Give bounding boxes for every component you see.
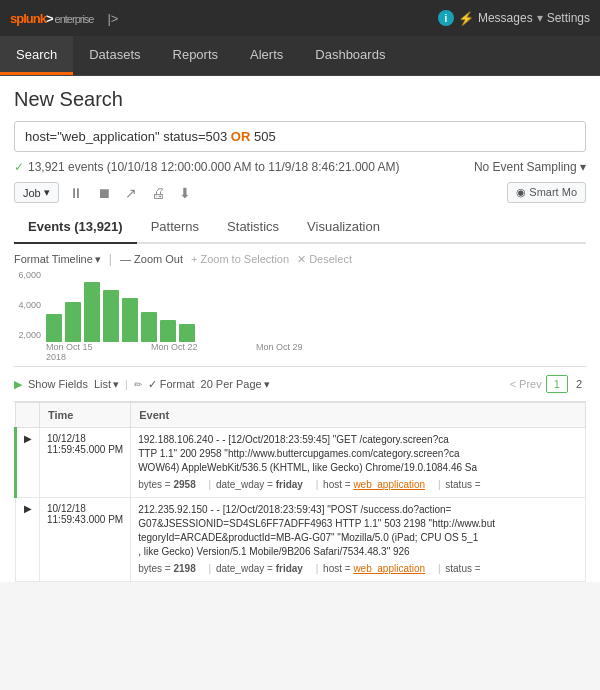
top-bar-right: i ⚡ Messages ▾ Settings xyxy=(438,10,590,26)
col-header-time: Time xyxy=(40,403,131,428)
smart-mode-btn[interactable]: ◉ Smart Mo xyxy=(507,182,586,203)
bar xyxy=(160,320,176,342)
meta-status-1: status = xyxy=(445,479,480,490)
timeline-controls: Format Timeline | — Zoom Out + Zoom to S… xyxy=(14,244,586,270)
job-button[interactable]: Job xyxy=(14,182,59,203)
time-cell-2: 10/12/1811:59:43.000 PM xyxy=(40,498,131,582)
nav-datasets[interactable]: Datasets xyxy=(73,36,156,75)
expand-arrow-1[interactable]: ▶ xyxy=(16,428,40,498)
events-info-row: ✓ 13,921 events (10/10/18 12:00:00.000 A… xyxy=(14,160,586,174)
nav-search[interactable]: Search xyxy=(0,36,73,75)
settings-btn[interactable]: Settings xyxy=(547,11,590,25)
tab-events[interactable]: Events (13,921) xyxy=(14,211,137,244)
y-axis: 6,000 4,000 2,000 xyxy=(14,270,44,340)
bar xyxy=(122,298,138,342)
messages-btn[interactable]: Messages xyxy=(478,11,533,25)
nav-dashboards[interactable]: Dashboards xyxy=(299,36,401,75)
event-cell-1: 192.188.106.240 - - [12/Oct/2018:23:59:4… xyxy=(131,428,586,498)
host-link-1[interactable]: web_application xyxy=(353,479,425,490)
tab-patterns[interactable]: Patterns xyxy=(137,211,213,244)
tab-visualization[interactable]: Visualization xyxy=(293,211,394,244)
chart-area: 6,000 4,000 2,000 Mon Oct 152018 Mon Oct… xyxy=(14,270,586,367)
bar xyxy=(103,290,119,342)
meta-wday-2: date_wday = friday xyxy=(216,563,303,574)
no-event-sampling-btn[interactable]: No Event Sampling xyxy=(474,160,586,174)
y-label-6000: 6,000 xyxy=(14,270,41,280)
top-bar: splunk> enterprise |> i ⚡ Messages ▾ Set… xyxy=(0,0,600,36)
or-keyword: OR xyxy=(231,129,251,144)
lightning-icon[interactable]: ⚡ xyxy=(458,11,474,26)
col-header-event: Event xyxy=(131,403,586,428)
bar xyxy=(179,324,195,342)
page-1-btn[interactable]: 1 xyxy=(546,375,568,393)
x-label-oct29: Mon Oct 29 xyxy=(256,342,336,362)
list-btn[interactable]: List xyxy=(94,378,119,391)
y-label-4000: 4,000 xyxy=(14,300,41,310)
nav-alerts[interactable]: Alerts xyxy=(234,36,299,75)
separator: | xyxy=(125,379,128,390)
nav-reports[interactable]: Reports xyxy=(157,36,235,75)
share-button[interactable]: ↗ xyxy=(121,183,141,203)
pipe-icon[interactable]: |> xyxy=(107,11,118,26)
search-bar[interactable]: host="web_application" status=503 OR 505 xyxy=(14,121,586,152)
events-count: 13,921 events (10/10/18 12:00:00.000 AM … xyxy=(28,160,400,174)
host-link-2[interactable]: web_application xyxy=(353,563,425,574)
format-btn[interactable]: ✓ Format xyxy=(148,378,195,391)
pause-button[interactable]: ⏸ xyxy=(65,183,87,203)
meta-host-2: host = web_application xyxy=(323,563,425,574)
show-fields-btn[interactable]: Show Fields xyxy=(28,378,88,390)
zoom-out-btn[interactable]: — Zoom Out xyxy=(120,253,183,265)
tab-statistics[interactable]: Statistics xyxy=(213,211,293,244)
print-button[interactable]: 🖨 xyxy=(147,183,169,203)
job-row: Job ⏸ ⏹ ↗ 🖨 ⬇ ◉ Smart Mo xyxy=(14,180,586,205)
table-row: ▶ 10/12/1811:59:43.000 PM 212.235.92.150… xyxy=(16,498,586,582)
meta-bytes-2: bytes = 2198 xyxy=(138,563,196,574)
expand-arrow-2[interactable]: ▶ xyxy=(16,498,40,582)
results-controls: ▶ Show Fields List | ✏ ✓ Format 20 Per P… xyxy=(14,367,586,402)
time-cell-1: 10/12/1811:59:45.000 PM xyxy=(40,428,131,498)
x-axis: Mon Oct 152018 Mon Oct 22 Mon Oct 29 xyxy=(14,342,586,362)
meta-bytes-1: bytes = 2958 xyxy=(138,479,196,490)
check-icon: ✓ xyxy=(14,160,24,174)
tabs-row: Events (13,921) Patterns Statistics Visu… xyxy=(14,211,586,244)
x-label-oct22: Mon Oct 22 xyxy=(151,342,256,362)
prev-btn[interactable]: < Prev xyxy=(510,378,542,390)
y-label-2000: 2,000 xyxy=(14,330,41,340)
event-cell-2: 212.235.92.150 - - [12/Oct/2018:23:59:43… xyxy=(131,498,586,582)
per-page-btn[interactable]: 20 Per Page xyxy=(201,378,270,391)
format-timeline-btn[interactable]: Format Timeline xyxy=(14,253,101,266)
show-fields-icon: ▶ xyxy=(14,378,22,391)
meta-host-1: host = web_application xyxy=(323,479,425,490)
pencil-icon: ✏ xyxy=(134,379,142,390)
results-table: Time Event ▶ 10/12/1811:59:45.000 PM 192… xyxy=(14,402,586,582)
deselect-btn[interactable]: ✕ Deselect xyxy=(297,253,352,266)
bars-container: 6,000 4,000 2,000 xyxy=(14,270,586,342)
top-nav: Search Datasets Reports Alerts Dashboard… xyxy=(0,36,600,76)
page-title: New Search xyxy=(14,88,586,111)
zoom-selection-btn[interactable]: + Zoom to Selection xyxy=(191,253,289,265)
x-label-oct15: Mon Oct 152018 xyxy=(46,342,151,362)
bar xyxy=(46,314,62,342)
meta-status-2: status = xyxy=(445,563,480,574)
bar xyxy=(141,312,157,342)
bar xyxy=(65,302,81,342)
pagination: < Prev 1 2 xyxy=(510,375,586,393)
stop-button[interactable]: ⏹ xyxy=(93,183,115,203)
export-button[interactable]: ⬇ xyxy=(175,183,195,203)
col-header-i xyxy=(16,403,40,428)
meta-wday-1: date_wday = friday xyxy=(216,479,303,490)
top-bar-icons: |> xyxy=(107,11,118,26)
table-row: ▶ 10/12/1811:59:45.000 PM 192.188.106.24… xyxy=(16,428,586,498)
bar xyxy=(84,282,100,342)
page-2-btn[interactable]: 2 xyxy=(572,376,586,392)
divider: | xyxy=(109,252,112,266)
main-content: New Search host="web_application" status… xyxy=(0,76,600,582)
splunk-logo: splunk> enterprise xyxy=(10,11,93,26)
info-icon[interactable]: i xyxy=(438,10,454,26)
